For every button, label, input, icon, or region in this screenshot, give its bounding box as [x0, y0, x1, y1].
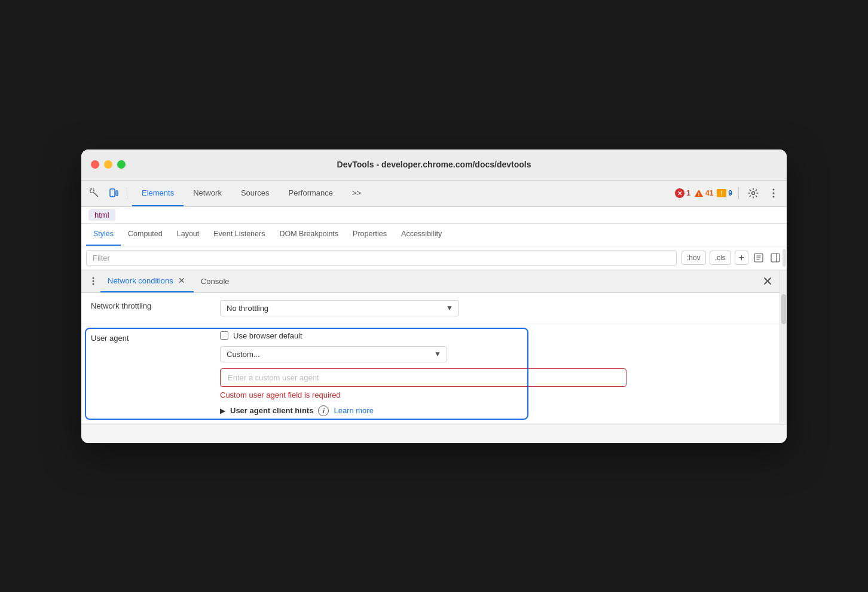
user-agent-error-text: Custom user agent field is required: [220, 390, 770, 399]
titlebar: DevTools - developer.chrome.com/docs/dev…: [81, 149, 787, 181]
toolbar-right: ✕ 1 ! 41 ! 9: [675, 185, 782, 202]
main-area: Network conditions ✕ Console Network: [81, 270, 787, 424]
svg-point-6: [752, 192, 755, 195]
maximize-button[interactable]: [117, 160, 126, 169]
throttling-select-wrapper: No throttling ▼: [220, 300, 459, 316]
device-toolbar-icon[interactable]: [105, 185, 122, 202]
svg-point-13: [93, 277, 94, 279]
devtools-toolbar: Elements Network Sources Performance >> …: [81, 181, 787, 207]
info-badge[interactable]: ! 9: [717, 189, 732, 197]
svg-text:!: !: [698, 191, 699, 197]
info-icon-badge: !: [717, 189, 726, 197]
tab-sources[interactable]: Sources: [231, 180, 279, 206]
custom-user-agent-input[interactable]: [220, 368, 626, 387]
right-scrollbar[interactable]: [780, 270, 787, 424]
main-content: Network conditions ✕ Console Network: [81, 270, 780, 424]
user-agent-row: User agent Use browser default Custom...…: [81, 324, 780, 424]
use-browser-default-checkbox[interactable]: [220, 331, 228, 340]
close-button[interactable]: [91, 160, 99, 169]
scrollbar-indicator: [783, 249, 786, 267]
subtab-dom-breakpoints[interactable]: DOM Breakpoints: [272, 223, 346, 246]
window-controls: [91, 160, 126, 169]
window-title: DevTools - developer.chrome.com/docs/dev…: [337, 160, 531, 169]
warning-icon: !: [694, 189, 704, 197]
toolbar-divider-1: [127, 187, 127, 199]
inspect-element-icon[interactable]: [86, 185, 103, 202]
hints-label: User agent client hints: [230, 406, 313, 415]
tab-elements[interactable]: Elements: [132, 180, 184, 206]
drawer-tab-console[interactable]: Console: [194, 270, 237, 293]
subtab-styles[interactable]: Styles: [86, 223, 121, 246]
svg-point-8: [773, 193, 775, 194]
svg-point-14: [93, 280, 94, 282]
bottom-bar: [81, 424, 787, 443]
add-style-rule-button[interactable]: +: [735, 251, 748, 265]
scrollbar-thumb: [781, 294, 786, 324]
svg-rect-1: [110, 189, 115, 197]
filter-input[interactable]: [86, 250, 677, 266]
settings-icon[interactable]: [745, 185, 762, 202]
hints-info-icon[interactable]: i: [318, 405, 329, 416]
svg-point-15: [93, 283, 94, 285]
client-hints-row: ▶ User agent client hints i Learn more: [220, 405, 770, 416]
subtab-layout[interactable]: Layout: [170, 223, 207, 246]
drawer-tab-label: Network conditions: [108, 276, 173, 285]
drawer-tab-close[interactable]: ✕: [177, 276, 187, 285]
minimize-button[interactable]: [104, 160, 112, 169]
tab-network[interactable]: Network: [184, 180, 231, 206]
use-browser-default-label: Use browser default: [233, 331, 302, 340]
network-throttling-row: Network throttling No throttling ▼: [81, 293, 780, 324]
use-browser-default-row: Use browser default: [220, 331, 770, 340]
user-agent-dropdown[interactable]: Custom... Chrome - Android Mobile Chrome…: [220, 346, 447, 362]
svg-rect-2: [112, 196, 113, 197]
drawer-tabbar: Network conditions ✕ Console: [81, 270, 780, 293]
filter-actions: :hov .cls +: [681, 251, 782, 265]
user-agent-control: Use browser default Custom... Chrome - A…: [220, 331, 770, 416]
toolbar-divider-2: [738, 187, 739, 199]
warning-badge[interactable]: ! 41: [694, 189, 713, 197]
svg-rect-0: [90, 189, 94, 193]
svg-rect-11: [771, 254, 780, 262]
tab-navigation: Elements Network Sources Performance >>: [132, 180, 673, 206]
tab-more[interactable]: >>: [343, 180, 371, 206]
toggle-sidebar-icon[interactable]: [769, 251, 782, 264]
network-throttling-control: No throttling ▼: [220, 300, 770, 316]
new-style-rule-icon[interactable]: [752, 251, 765, 264]
svg-point-9: [773, 196, 775, 198]
hints-expand-icon[interactable]: ▶: [220, 407, 225, 415]
subtab-accessibility[interactable]: Accessibility: [394, 223, 449, 246]
drawer-tab-network-conditions[interactable]: Network conditions ✕: [100, 270, 194, 293]
hov-button[interactable]: :hov: [681, 251, 706, 265]
network-throttling-label: Network throttling: [91, 300, 210, 310]
error-badge[interactable]: ✕ 1: [675, 188, 690, 198]
breadcrumb-bar: html: [81, 207, 787, 224]
learn-more-link[interactable]: Learn more: [334, 406, 373, 415]
user-agent-dropdown-wrapper: Custom... Chrome - Android Mobile Chrome…: [220, 346, 447, 362]
subtab-event-listeners[interactable]: Event Listeners: [206, 223, 272, 246]
drawer-close-button[interactable]: [760, 274, 775, 288]
subtab-computed[interactable]: Computed: [121, 223, 170, 246]
throttling-select[interactable]: No throttling: [220, 300, 459, 316]
subtab-bar: Styles Computed Layout Event Listeners D…: [81, 224, 787, 246]
nc-content: Network throttling No throttling ▼: [81, 293, 780, 424]
svg-rect-3: [116, 191, 118, 196]
filter-bar: :hov .cls +: [81, 246, 787, 270]
devtools-window: DevTools - developer.chrome.com/docs/dev…: [81, 149, 787, 443]
svg-point-7: [773, 189, 775, 191]
tab-performance[interactable]: Performance: [279, 180, 343, 206]
user-agent-label: User agent: [91, 331, 210, 343]
subtab-properties[interactable]: Properties: [346, 223, 394, 246]
more-options-icon[interactable]: [765, 185, 782, 202]
drawer-menu-button[interactable]: [86, 274, 100, 288]
cls-button[interactable]: .cls: [710, 251, 731, 265]
breadcrumb-tag[interactable]: html: [88, 209, 115, 221]
error-icon: ✕: [675, 188, 684, 198]
